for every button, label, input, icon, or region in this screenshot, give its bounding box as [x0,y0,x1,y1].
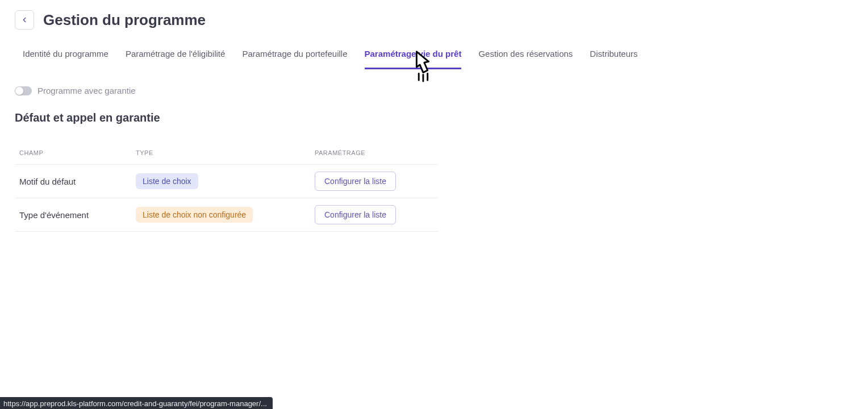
th-champ: CHAMP [19,149,136,156]
config-table: CHAMP TYPE PARAMÉTRAGE Motif du défaut L… [15,140,438,232]
cell-param: Configurer la liste [315,205,433,224]
table-row: Type d'événement Liste de choix non conf… [15,198,438,232]
tab-vie-pret[interactable]: Paramétrage vie du prêt [365,41,462,69]
cell-champ: Type d'événement [19,210,136,220]
arrow-left-icon [20,16,28,24]
configure-list-button[interactable]: Configurer la liste [315,205,396,224]
configure-list-button[interactable]: Configurer la liste [315,172,396,191]
th-type: TYPE [136,149,315,156]
page-header: Gestion du programme [0,0,868,35]
type-badge: Liste de choix [136,173,198,189]
tab-bar: Identité du programme Paramétrage de l'é… [0,41,868,70]
section-title: Défaut et appel en garantie [15,111,853,124]
table-row: Motif du défaut Liste de choix Configure… [15,165,438,198]
cell-champ: Motif du défaut [19,177,136,186]
toggle-row: Programme avec garantie [15,86,853,95]
back-button[interactable] [15,10,34,30]
th-param: PARAMÉTRAGE [315,149,433,156]
tab-portefeuille[interactable]: Paramétrage du portefeuille [242,41,347,69]
guarantee-toggle[interactable] [15,86,32,95]
tab-identite[interactable]: Identité du programme [23,41,108,69]
tab-distributeurs[interactable]: Distributeurs [590,41,637,69]
cell-type: Liste de choix [136,173,315,189]
guarantee-toggle-label: Programme avec garantie [37,86,136,95]
cell-type: Liste de choix non configurée [136,207,315,223]
table-header: CHAMP TYPE PARAMÉTRAGE [15,140,438,165]
cell-param: Configurer la liste [315,172,433,191]
type-badge: Liste de choix non configurée [136,207,253,223]
page-title: Gestion du programme [43,11,206,29]
status-bar-url: https://app.preprod.kls-platform.com/cre… [0,397,273,409]
tab-eligibilite[interactable]: Paramétrage de l'éligibilité [126,41,225,69]
tab-reservations[interactable]: Gestion des réservations [478,41,573,69]
content-area: Programme avec garantie Défaut et appel … [0,70,868,232]
